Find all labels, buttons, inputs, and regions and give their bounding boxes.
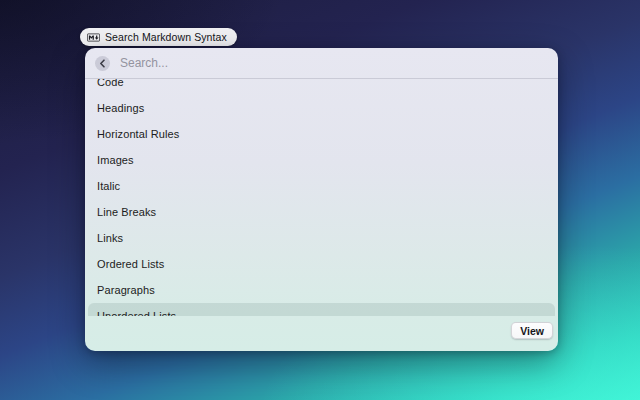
desktop-background: Search Markdown Syntax CodeHeadingsHoriz… bbox=[0, 0, 640, 400]
search-input[interactable] bbox=[120, 56, 558, 70]
back-button[interactable] bbox=[95, 56, 110, 71]
window-footer: View bbox=[85, 316, 558, 351]
list-item-italic[interactable]: Italic bbox=[88, 173, 555, 199]
launcher-pill[interactable]: Search Markdown Syntax bbox=[80, 28, 237, 46]
list-item-line-breaks[interactable]: Line Breaks bbox=[88, 199, 555, 225]
launcher-pill-label: Search Markdown Syntax bbox=[105, 31, 227, 43]
search-palette-window: CodeHeadingsHorizontal RulesImagesItalic… bbox=[85, 48, 558, 351]
list-item-horizontal-rules[interactable]: Horizontal Rules bbox=[88, 121, 555, 147]
chevron-left-icon bbox=[99, 59, 106, 68]
list-item-unordered-lists[interactable]: Unordered Lists bbox=[88, 303, 555, 316]
list-item-links[interactable]: Links bbox=[88, 225, 555, 251]
list-item-paragraphs[interactable]: Paragraphs bbox=[88, 277, 555, 303]
view-button[interactable]: View bbox=[511, 322, 553, 339]
list-item-images[interactable]: Images bbox=[88, 147, 555, 173]
list-item-code[interactable]: Code bbox=[88, 79, 555, 95]
search-header bbox=[85, 48, 558, 79]
list-item-ordered-lists[interactable]: Ordered Lists bbox=[88, 251, 555, 277]
markdown-icon bbox=[87, 33, 100, 42]
syntax-list: CodeHeadingsHorizontal RulesImagesItalic… bbox=[85, 79, 558, 316]
list-item-headings[interactable]: Headings bbox=[88, 95, 555, 121]
